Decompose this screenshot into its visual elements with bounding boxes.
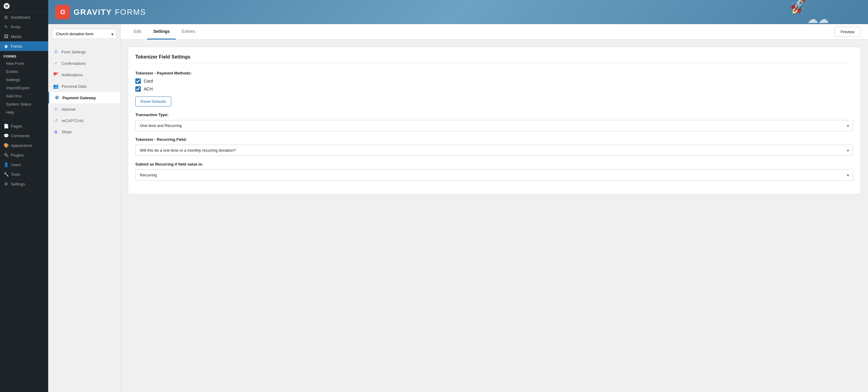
nav-item-recaptcha[interactable]: ↺ reCAPTCHA (48, 115, 120, 126)
recurring-field-wrapper: Will this be a one-time or a monthly rec… (135, 145, 853, 156)
sidebar-item-new-form[interactable]: New Form (0, 59, 48, 67)
sidebar-item-add-ons[interactable]: Add-Ons (0, 92, 48, 100)
sidebar-item-import-export[interactable]: Import/Export (0, 84, 48, 92)
sidebar-item-appearance[interactable]: 🎨 Appearance (0, 141, 48, 150)
forms-section-header: Forms (0, 51, 48, 59)
form-select[interactable]: Church donation form (52, 29, 117, 39)
pages-label: Pages (11, 124, 22, 128)
recaptcha-icon: ↺ (53, 118, 59, 123)
plugins-label: Plugins (11, 153, 24, 157)
tabs: Edit Settings Entries (128, 24, 201, 39)
sidebar-item-tools[interactable]: 🔧 Tools (0, 170, 48, 179)
sidebar-item-forms[interactable]: ◉ Forms (0, 41, 48, 51)
nav-item-form-settings[interactable]: ⚙ Form Settings (48, 46, 120, 58)
sidebar-item-pages[interactable]: 📄 Pages (0, 121, 48, 131)
submit-recurring-select[interactable]: RecurringMonthlyYes (135, 170, 853, 181)
tab-settings[interactable]: Settings (147, 24, 176, 39)
form-settings-icon: ⚙ (53, 49, 59, 55)
tab-entries[interactable]: Entries (176, 24, 201, 39)
pages-icon: 📄 (4, 124, 8, 128)
payment-gateway-label: Payment Gateway (62, 96, 96, 100)
plugins-icon: 🔌 (4, 153, 8, 157)
tab-edit[interactable]: Edit (128, 24, 147, 39)
nav-item-personal-data[interactable]: 👥 Personal Data (48, 81, 120, 92)
rocket-clouds: ☁☁ (807, 13, 829, 24)
users-label: Users (11, 162, 21, 167)
sidebar-item-dashboard[interactable]: ⊞ Dashboard (0, 12, 48, 22)
settings-card: Tokenizer Field Settings Tokenizer - Pay… (128, 47, 861, 194)
tools-label: Tools (11, 172, 20, 177)
sidebar-item-posts[interactable]: ✎ Posts (0, 22, 48, 32)
akismet-icon: ✳ (53, 107, 59, 112)
ach-checkbox[interactable] (135, 86, 141, 92)
confirmations-label: Confirmations (61, 61, 86, 66)
settings-card-title: Tokenizer Field Settings (135, 54, 853, 64)
nav-item-notifications[interactable]: 🚩 Notifications (48, 69, 120, 81)
recurring-field-label: Tokenizer - Recurring Field: (135, 137, 853, 142)
card-checkbox-item: Card (135, 79, 853, 84)
sidebar-item-settings-bottom[interactable]: ⚙ Settings (0, 179, 48, 189)
forms-icon: ◉ (4, 44, 8, 49)
nav-item-akismet[interactable]: ✳ Akismet (48, 103, 120, 115)
gf-logo-icon: G (56, 5, 70, 19)
personal-data-label: Personal Data (61, 84, 86, 89)
transaction-type-group: Transaction Type: One-time and Recurring… (135, 113, 853, 131)
main-area: G GRAVITY FORMS 🚀 ☁☁ Church donation for… (48, 0, 868, 392)
transaction-type-wrapper: One-time and RecurringOne-timeRecurring (135, 120, 853, 131)
card-checkbox[interactable] (135, 79, 141, 84)
main-sidebar: W ⊞ Dashboard ✎ Posts 🖼 Media ◉ Forms Fo… (0, 0, 48, 392)
bottom-menu: 📄 Pages 💬 Comments 🎨 Appearance 🔌 Plugin… (0, 121, 48, 189)
submit-recurring-label: Submit as Recurring if field value is: (135, 162, 853, 167)
main-menu: ⊞ Dashboard ✎ Posts 🖼 Media ◉ Forms (0, 12, 48, 51)
sidebar-item-settings[interactable]: Settings (0, 76, 48, 84)
sidebar-item-entries[interactable]: Entries (0, 67, 48, 76)
akismet-label: Akismet (61, 107, 75, 112)
submit-recurring-wrapper: RecurringMonthlyYes (135, 170, 853, 181)
wp-logo-area: W (0, 0, 48, 12)
notifications-icon: 🚩 (53, 72, 59, 78)
sidebar-item-plugins[interactable]: 🔌 Plugins (0, 150, 48, 160)
recurring-field-select[interactable]: Will this be a one-time or a monthly rec… (135, 145, 853, 156)
sidebar-item-system-status[interactable]: System Status (0, 100, 48, 108)
nav-item-payment-gateway[interactable]: ⚙ Payment Gateway (48, 92, 120, 103)
notifications-label: Notifications (61, 73, 83, 77)
nav-item-confirmations[interactable]: ✓ Confirmations (48, 58, 120, 69)
form-settings-sidebar: Church donation form ▾ ⚙ Form Settings ✓… (48, 24, 121, 392)
sidebar-item-users[interactable]: 👤 Users (0, 160, 48, 170)
settings-label: Settings (11, 182, 25, 186)
payment-gateway-icon: ⚙ (54, 95, 59, 100)
appearance-icon: 🎨 (4, 143, 8, 148)
reset-defaults-button[interactable]: Reset Defaults (135, 96, 171, 107)
tab-bar: Edit Settings Entries Preview (121, 24, 868, 39)
sidebar-item-comments[interactable]: 💬 Comments (0, 131, 48, 141)
posts-label: Posts (11, 25, 21, 29)
preview-button[interactable]: Preview (834, 27, 861, 37)
forms-label: Forms (11, 44, 22, 49)
stripe-icon: S (53, 129, 59, 134)
sidebar-item-help[interactable]: Help (0, 108, 48, 116)
nav-item-stripe[interactable]: S Stripe (48, 126, 120, 138)
appearance-label: Appearance (11, 143, 32, 148)
card-label[interactable]: Card (144, 79, 153, 84)
forms-sub-menu: New Form Entries Settings Import/Export … (0, 59, 48, 116)
ach-checkbox-item: ACH (135, 86, 853, 92)
comments-icon: 💬 (4, 133, 8, 138)
form-selector[interactable]: Church donation form ▾ (52, 29, 117, 39)
gravity-forms-logo: G GRAVITY FORMS (56, 5, 146, 19)
form-settings-label: Form Settings (61, 50, 86, 54)
confirmations-icon: ✓ (53, 61, 59, 66)
wp-logo-icon: W (4, 3, 10, 9)
settings-content: Tokenizer Field Settings Tokenizer - Pay… (121, 39, 868, 202)
transaction-type-select[interactable]: One-time and RecurringOne-timeRecurring (135, 120, 853, 131)
media-label: Media (11, 34, 22, 39)
ach-label[interactable]: ACH (144, 87, 153, 91)
gf-logo-text: GRAVITY FORMS (73, 7, 146, 17)
rocket-illustration: 🚀 (788, 0, 809, 16)
payment-methods-group: Tokenizer - Payment Methods: Card ACH Re… (135, 71, 853, 107)
posts-icon: ✎ (4, 24, 8, 29)
sidebar-item-media[interactable]: 🖼 Media (0, 32, 48, 41)
main-panel: Edit Settings Entries Preview Tokenizer … (121, 24, 868, 392)
media-icon: 🖼 (4, 34, 8, 39)
comments-label: Comments (11, 133, 30, 138)
dashboard-icon: ⊞ (4, 15, 8, 20)
